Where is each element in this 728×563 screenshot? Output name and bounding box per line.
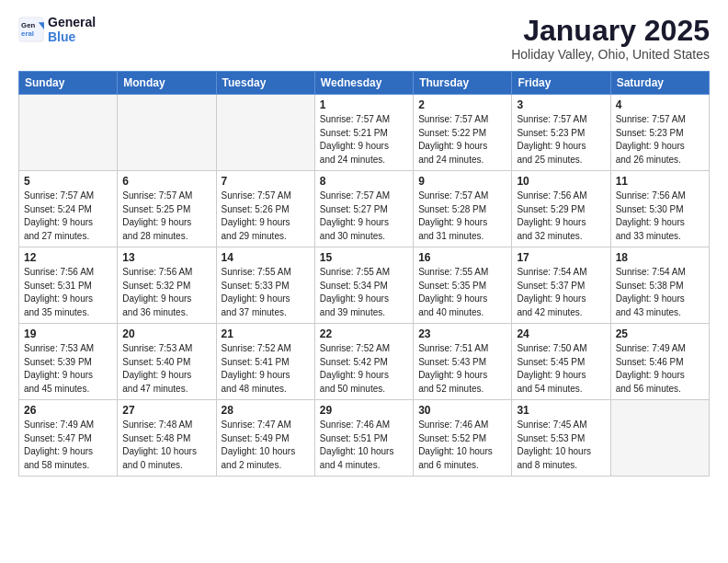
calendar-day-cell: 21Sunrise: 7:52 AM Sunset: 5:41 PM Dayli… bbox=[216, 324, 314, 400]
calendar-day-cell: 23Sunrise: 7:51 AM Sunset: 5:43 PM Dayli… bbox=[414, 324, 512, 400]
day-number: 7 bbox=[222, 175, 310, 188]
calendar-day-cell: 3Sunrise: 7:57 AM Sunset: 5:23 PM Daylig… bbox=[512, 95, 610, 171]
calendar-day-header: Friday bbox=[512, 72, 610, 95]
header: Gen eral General Blue January 2025 Holid… bbox=[18, 15, 710, 62]
day-info: Sunrise: 7:56 AM Sunset: 5:30 PM Dayligh… bbox=[616, 190, 704, 243]
calendar-day-cell: 24Sunrise: 7:50 AM Sunset: 5:45 PM Dayli… bbox=[512, 324, 610, 400]
calendar: SundayMondayTuesdayWednesdayThursdayFrid… bbox=[18, 71, 710, 477]
day-number: 20 bbox=[122, 327, 210, 340]
calendar-day-header: Thursday bbox=[414, 72, 512, 95]
day-number: 25 bbox=[616, 327, 704, 340]
calendar-day-cell: 16Sunrise: 7:55 AM Sunset: 5:35 PM Dayli… bbox=[414, 247, 512, 324]
calendar-day-cell: 17Sunrise: 7:54 AM Sunset: 5:37 PM Dayli… bbox=[512, 247, 610, 324]
day-info: Sunrise: 7:57 AM Sunset: 5:25 PM Dayligh… bbox=[122, 190, 210, 243]
calendar-day-cell: 18Sunrise: 7:54 AM Sunset: 5:38 PM Dayli… bbox=[610, 247, 709, 324]
calendar-day-cell: 4Sunrise: 7:57 AM Sunset: 5:23 PM Daylig… bbox=[610, 95, 709, 171]
calendar-day-header: Sunday bbox=[19, 72, 118, 95]
logo-text: General Blue bbox=[48, 15, 96, 44]
day-number: 2 bbox=[418, 98, 506, 111]
calendar-day-cell: 22Sunrise: 7:52 AM Sunset: 5:42 PM Dayli… bbox=[314, 324, 413, 400]
day-number: 22 bbox=[320, 327, 408, 340]
day-info: Sunrise: 7:57 AM Sunset: 5:27 PM Dayligh… bbox=[320, 190, 408, 243]
logo: Gen eral General Blue bbox=[18, 15, 96, 44]
calendar-day-cell: 7Sunrise: 7:57 AM Sunset: 5:26 PM Daylig… bbox=[216, 171, 314, 247]
calendar-day-cell: 29Sunrise: 7:46 AM Sunset: 5:51 PM Dayli… bbox=[314, 400, 413, 477]
day-info: Sunrise: 7:55 AM Sunset: 5:35 PM Dayligh… bbox=[418, 266, 506, 319]
calendar-week-row: 19Sunrise: 7:53 AM Sunset: 5:39 PM Dayli… bbox=[19, 324, 710, 400]
svg-text:eral: eral bbox=[21, 29, 34, 38]
calendar-day-cell: 9Sunrise: 7:57 AM Sunset: 5:28 PM Daylig… bbox=[414, 171, 512, 247]
day-info: Sunrise: 7:52 AM Sunset: 5:41 PM Dayligh… bbox=[222, 342, 310, 396]
calendar-day-cell bbox=[216, 95, 314, 171]
day-info: Sunrise: 7:49 AM Sunset: 5:46 PM Dayligh… bbox=[616, 342, 704, 396]
day-info: Sunrise: 7:56 AM Sunset: 5:32 PM Dayligh… bbox=[122, 266, 210, 319]
day-number: 1 bbox=[320, 98, 408, 111]
day-info: Sunrise: 7:54 AM Sunset: 5:37 PM Dayligh… bbox=[517, 266, 605, 319]
calendar-day-cell bbox=[118, 95, 216, 171]
calendar-week-row: 5Sunrise: 7:57 AM Sunset: 5:24 PM Daylig… bbox=[19, 171, 710, 247]
calendar-day-header: Monday bbox=[118, 72, 216, 95]
calendar-day-cell: 2Sunrise: 7:57 AM Sunset: 5:22 PM Daylig… bbox=[414, 95, 512, 171]
calendar-day-cell: 31Sunrise: 7:45 AM Sunset: 5:53 PM Dayli… bbox=[512, 400, 610, 477]
logo-icon: Gen eral bbox=[18, 17, 44, 42]
calendar-day-cell: 14Sunrise: 7:55 AM Sunset: 5:33 PM Dayli… bbox=[216, 247, 314, 324]
calendar-day-cell: 27Sunrise: 7:48 AM Sunset: 5:48 PM Dayli… bbox=[118, 400, 216, 477]
day-number: 11 bbox=[616, 175, 704, 188]
calendar-day-cell: 13Sunrise: 7:56 AM Sunset: 5:32 PM Dayli… bbox=[118, 247, 216, 324]
day-info: Sunrise: 7:55 AM Sunset: 5:33 PM Dayligh… bbox=[222, 266, 310, 319]
day-number: 21 bbox=[222, 327, 310, 340]
day-info: Sunrise: 7:57 AM Sunset: 5:28 PM Dayligh… bbox=[418, 190, 506, 243]
calendar-day-cell: 30Sunrise: 7:46 AM Sunset: 5:52 PM Dayli… bbox=[414, 400, 512, 477]
day-info: Sunrise: 7:57 AM Sunset: 5:23 PM Dayligh… bbox=[616, 113, 704, 167]
day-info: Sunrise: 7:54 AM Sunset: 5:38 PM Dayligh… bbox=[616, 266, 704, 319]
calendar-day-cell bbox=[610, 400, 709, 477]
calendar-day-cell: 28Sunrise: 7:47 AM Sunset: 5:49 PM Dayli… bbox=[216, 400, 314, 477]
day-info: Sunrise: 7:57 AM Sunset: 5:24 PM Dayligh… bbox=[24, 190, 112, 243]
day-number: 9 bbox=[418, 175, 506, 188]
day-info: Sunrise: 7:51 AM Sunset: 5:43 PM Dayligh… bbox=[418, 342, 506, 396]
calendar-header-row: SundayMondayTuesdayWednesdayThursdayFrid… bbox=[19, 72, 710, 95]
page-container: Gen eral General Blue January 2025 Holid… bbox=[0, 0, 728, 486]
day-info: Sunrise: 7:57 AM Sunset: 5:23 PM Dayligh… bbox=[517, 113, 605, 167]
day-number: 31 bbox=[517, 404, 605, 417]
day-number: 17 bbox=[517, 251, 605, 264]
day-info: Sunrise: 7:45 AM Sunset: 5:53 PM Dayligh… bbox=[517, 419, 605, 472]
calendar-day-cell: 12Sunrise: 7:56 AM Sunset: 5:31 PM Dayli… bbox=[19, 247, 118, 324]
day-number: 14 bbox=[222, 251, 310, 264]
day-info: Sunrise: 7:57 AM Sunset: 5:21 PM Dayligh… bbox=[320, 113, 408, 167]
calendar-day-cell: 20Sunrise: 7:53 AM Sunset: 5:40 PM Dayli… bbox=[118, 324, 216, 400]
day-number: 24 bbox=[517, 327, 605, 340]
day-info: Sunrise: 7:49 AM Sunset: 5:47 PM Dayligh… bbox=[24, 419, 112, 472]
day-info: Sunrise: 7:50 AM Sunset: 5:45 PM Dayligh… bbox=[517, 342, 605, 396]
day-number: 30 bbox=[418, 404, 506, 417]
day-number: 16 bbox=[418, 251, 506, 264]
day-info: Sunrise: 7:47 AM Sunset: 5:49 PM Dayligh… bbox=[222, 419, 310, 472]
day-info: Sunrise: 7:46 AM Sunset: 5:51 PM Dayligh… bbox=[320, 419, 408, 472]
title-block: January 2025 Holiday Valley, Ohio, Unite… bbox=[511, 15, 710, 62]
calendar-day-cell: 8Sunrise: 7:57 AM Sunset: 5:27 PM Daylig… bbox=[314, 171, 413, 247]
day-number: 28 bbox=[222, 404, 310, 417]
day-info: Sunrise: 7:53 AM Sunset: 5:39 PM Dayligh… bbox=[24, 342, 112, 396]
calendar-day-cell: 19Sunrise: 7:53 AM Sunset: 5:39 PM Dayli… bbox=[19, 324, 118, 400]
svg-text:Gen: Gen bbox=[21, 21, 35, 29]
day-number: 23 bbox=[418, 327, 506, 340]
day-number: 4 bbox=[616, 98, 704, 111]
day-number: 8 bbox=[320, 175, 408, 188]
calendar-day-cell: 15Sunrise: 7:55 AM Sunset: 5:34 PM Dayli… bbox=[314, 247, 413, 324]
calendar-day-header: Saturday bbox=[610, 72, 709, 95]
calendar-week-row: 26Sunrise: 7:49 AM Sunset: 5:47 PM Dayli… bbox=[19, 400, 710, 477]
calendar-day-cell: 10Sunrise: 7:56 AM Sunset: 5:29 PM Dayli… bbox=[512, 171, 610, 247]
calendar-day-cell: 1Sunrise: 7:57 AM Sunset: 5:21 PM Daylig… bbox=[314, 95, 413, 171]
day-info: Sunrise: 7:57 AM Sunset: 5:26 PM Dayligh… bbox=[222, 190, 310, 243]
day-number: 13 bbox=[122, 251, 210, 264]
calendar-day-header: Tuesday bbox=[216, 72, 314, 95]
day-number: 27 bbox=[122, 404, 210, 417]
calendar-day-cell: 5Sunrise: 7:57 AM Sunset: 5:24 PM Daylig… bbox=[19, 171, 118, 247]
day-info: Sunrise: 7:46 AM Sunset: 5:52 PM Dayligh… bbox=[418, 419, 506, 472]
day-number: 10 bbox=[517, 175, 605, 188]
day-number: 5 bbox=[24, 175, 112, 188]
day-info: Sunrise: 7:48 AM Sunset: 5:48 PM Dayligh… bbox=[122, 419, 210, 472]
day-number: 12 bbox=[24, 251, 112, 264]
day-number: 3 bbox=[517, 98, 605, 111]
day-info: Sunrise: 7:53 AM Sunset: 5:40 PM Dayligh… bbox=[122, 342, 210, 396]
